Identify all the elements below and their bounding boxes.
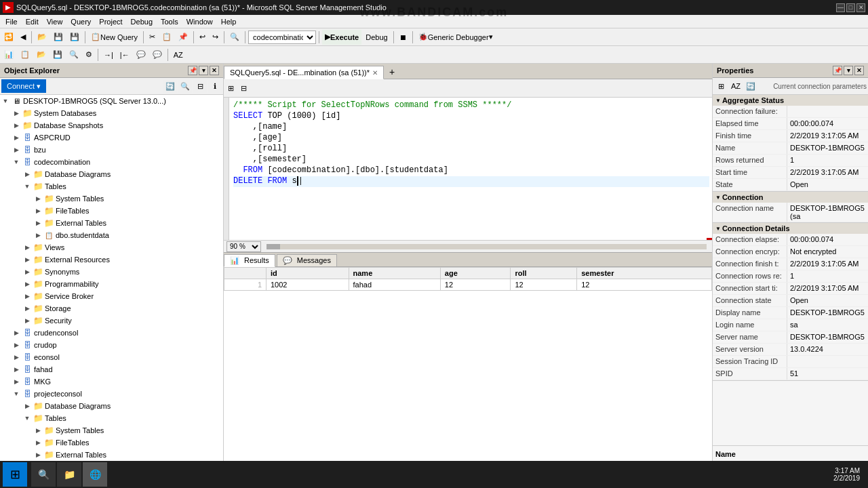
- tb2-az-btn[interactable]: AZ: [171, 47, 186, 62]
- tb2-uncomment-btn[interactable]: 💬: [150, 47, 165, 62]
- storage-expander[interactable]: ▶: [22, 303, 33, 314]
- tb2-btn4[interactable]: 💾: [50, 47, 65, 62]
- execute-button[interactable]: ▶ Execute: [322, 30, 361, 45]
- projsys-expander[interactable]: ▶: [33, 425, 43, 436]
- tree-crudenconsol-db[interactable]: ▶ 🗄 crudenconsol: [0, 327, 223, 339]
- aspcrud-expander[interactable]: ▶: [11, 132, 22, 143]
- taskbar-files[interactable]: 📁: [57, 462, 81, 487]
- cc-expander[interactable]: ▼: [11, 157, 22, 167]
- tree-security[interactable]: ▶ 📁 Security: [0, 314, 223, 327]
- start-button[interactable]: ⊞: [3, 462, 27, 487]
- fahad-expander[interactable]: ▶: [11, 364, 22, 375]
- tree-server-node[interactable]: ▼ 🖥 DESKTOP-1BMROG5 (SQL Server 13.0...): [0, 95, 223, 107]
- toolbar-redo-btn[interactable]: ↪: [210, 30, 221, 45]
- tree-synonyms[interactable]: ▶ 📁 Synonyms: [0, 266, 223, 278]
- props-alphabetical-btn[interactable]: AZ: [729, 79, 743, 93]
- taskbar-search[interactable]: 🔍: [31, 462, 56, 487]
- snap-expander[interactable]: ▶: [11, 120, 22, 131]
- tree-db-snapshots[interactable]: ▶ 📁 Database Snapshots: [0, 119, 223, 131]
- syn-expander[interactable]: ▶: [22, 266, 33, 277]
- prog-expander[interactable]: ▶: [22, 279, 33, 289]
- tree-proj-db-diagrams[interactable]: ▶ 📁 Database Diagrams: [0, 400, 223, 412]
- projext-expander[interactable]: ▶: [33, 449, 43, 460]
- econsol-expander[interactable]: ▶: [11, 352, 22, 363]
- projfile-expander[interactable]: ▶: [33, 437, 43, 448]
- tree-bzu-db[interactable]: ▶ 🗄 bzu: [0, 144, 223, 156]
- database-dropdown[interactable]: codecombination: [248, 30, 316, 44]
- oe-properties-btn[interactable]: ℹ: [208, 79, 222, 93]
- tree-storage[interactable]: ▶ 📁 Storage: [0, 302, 223, 314]
- systbls-expander[interactable]: ▶: [33, 193, 43, 204]
- toolbar-copy-btn[interactable]: 📋: [159, 30, 174, 45]
- sb-expander[interactable]: ▶: [22, 291, 33, 302]
- menu-debug[interactable]: Debug: [127, 15, 157, 28]
- tb2-indent-btn[interactable]: →|: [101, 47, 116, 62]
- menu-project[interactable]: Project: [95, 15, 126, 28]
- projdiag-expander[interactable]: ▶: [22, 401, 33, 411]
- tree-system-tables[interactable]: ▶ 📁 System Tables: [0, 192, 223, 205]
- sql-editor[interactable]: /***** Script for SelectTopNRows command…: [224, 98, 712, 240]
- oe-collapse-button[interactable]: ▾: [199, 66, 208, 75]
- toolbar-save-btn[interactable]: 💾: [51, 30, 66, 45]
- crudop-expander[interactable]: ▶: [11, 340, 22, 350]
- menu-view[interactable]: View: [43, 15, 67, 28]
- props-categories-btn[interactable]: ⊞: [714, 79, 728, 93]
- tree-proj-system-tables[interactable]: ▶ 📁 System Tables: [0, 424, 223, 436]
- toolbar-find-btn[interactable]: 🔍: [227, 30, 242, 45]
- exttbls-expander[interactable]: ▶: [33, 218, 43, 228]
- aggregate-status-header[interactable]: ▼ Aggregate Status: [713, 95, 868, 106]
- tree-db-diagrams[interactable]: ▶ 📁 Database Diagrams: [0, 168, 223, 180]
- mkg-expander[interactable]: ▶: [11, 376, 22, 387]
- crud-expander[interactable]: ▶: [11, 327, 22, 338]
- oe-pin-button[interactable]: 📌: [188, 66, 197, 75]
- tb2-btn1[interactable]: 📊: [1, 47, 16, 62]
- tree-file-tables[interactable]: ▶ 📁 FileTables: [0, 205, 223, 217]
- tree-tables-folder[interactable]: ▼ 📁 Tables: [0, 180, 223, 192]
- oe-collapse-all-btn[interactable]: ⊟: [193, 79, 207, 93]
- tree-proj-external-tables[interactable]: ▶ 📁 External Tables: [0, 449, 223, 461]
- tables-expander[interactable]: ▼: [22, 181, 33, 192]
- editor-expand-btn[interactable]: ⊞: [225, 81, 237, 96]
- menu-help[interactable]: Help: [217, 15, 241, 28]
- connect-button[interactable]: Connect ▾: [1, 79, 46, 93]
- projtables-expander[interactable]: ▼: [22, 413, 33, 424]
- oe-refresh-btn[interactable]: 🔄: [163, 79, 177, 93]
- tb2-comment-btn[interactable]: 💬: [134, 47, 149, 62]
- diag-expander[interactable]: ▶: [22, 169, 33, 180]
- tree-mkg-db[interactable]: ▶ 🗄 MKG: [0, 375, 223, 388]
- tb2-btn3[interactable]: 📂: [34, 47, 49, 62]
- tree-views[interactable]: ▶ 📁 Views: [0, 241, 223, 253]
- tb2-btn2[interactable]: 📋: [18, 47, 33, 62]
- tree-programmability[interactable]: ▶ 📁 Programmability: [0, 278, 223, 290]
- zoom-select[interactable]: 90 % 100 %: [226, 241, 261, 252]
- tree-external-tables[interactable]: ▶ 📁 External Tables: [0, 217, 223, 229]
- tree-codecombination-db[interactable]: ▼ 🗄 codecombination: [0, 156, 223, 168]
- toolbar-save-all-btn[interactable]: 💾: [67, 30, 82, 45]
- results-tab-results[interactable]: 📊 Results: [224, 254, 275, 267]
- editor-tab-active[interactable]: SQLQuery5.sql - DE...mbination (sa (51))…: [224, 66, 384, 79]
- menu-file[interactable]: File: [1, 15, 22, 28]
- props-refresh-btn[interactable]: 🔄: [744, 79, 757, 93]
- views-expander[interactable]: ▶: [22, 242, 33, 253]
- tree-projecteconsol-db[interactable]: ▼ 🗄 projecteconsol: [0, 388, 223, 400]
- tree-crudop-db[interactable]: ▶ 🗄 crudop: [0, 339, 223, 351]
- tree-system-databases[interactable]: ▶ 📁 System Databases: [0, 107, 223, 119]
- tree-proj-file-tables[interactable]: ▶ 📁 FileTables: [0, 436, 223, 449]
- props-pin-button[interactable]: 📌: [833, 66, 842, 75]
- sysdb-expander[interactable]: ▶: [11, 108, 22, 119]
- new-query-button[interactable]: 📋 New Query: [88, 30, 140, 45]
- toolbar-back-btn[interactable]: ◀: [18, 30, 28, 45]
- props-close-button[interactable]: ✕: [854, 66, 864, 75]
- bzu-expander[interactable]: ▶: [11, 144, 22, 155]
- tab-close-button[interactable]: ✕: [372, 69, 378, 77]
- close-button[interactable]: ✕: [856, 3, 865, 12]
- toolbar-paste-btn[interactable]: 📌: [176, 30, 191, 45]
- oe-close-button[interactable]: ✕: [210, 66, 219, 75]
- tree-aspcrud-db[interactable]: ▶ 🗄 ASPCRUD: [0, 131, 223, 144]
- menu-window[interactable]: Window: [182, 15, 217, 28]
- security-expander[interactable]: ▶: [22, 315, 33, 326]
- tree-service-broker[interactable]: ▶ 📁 Service Broker: [0, 290, 223, 302]
- debug-button[interactable]: Debug: [363, 30, 390, 45]
- oe-filter-btn[interactable]: 🔍: [178, 79, 192, 93]
- new-tab-button[interactable]: +: [385, 65, 399, 79]
